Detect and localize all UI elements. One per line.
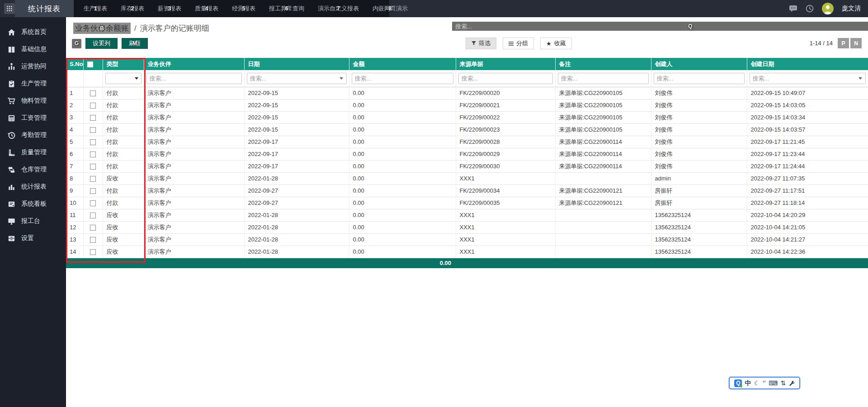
app-launcher-button[interactable] [4,3,15,14]
top-menu-item[interactable]: 报工异常查询 6 [269,5,304,13]
column-header-creator[interactable]: 创建人 [651,58,747,70]
sidebar-item-home[interactable]: 系统首页 [0,24,66,41]
column-header-amount[interactable]: 金额 [349,58,456,70]
source-filter-input[interactable] [458,73,553,84]
sidebar-item-attendance[interactable]: 考勤管理 [0,127,66,144]
sogou-logo-icon[interactable]: Q [734,379,742,387]
top-menu-item[interactable]: 薪资报表 3 [158,5,181,13]
table-row[interactable]: 10 付款 演示客户 2022-09-27 0.00 FK/2209/00035… [66,197,868,209]
row-checkbox[interactable] [90,151,96,157]
row-checkbox[interactable] [90,249,96,255]
soft-keyboard-icon[interactable]: ⌨ [769,380,778,386]
activity-clock-icon[interactable] [806,5,814,13]
table-row[interactable]: 4 付款 演示客户 2022-09-15 0.00 FK/2209/00023 … [66,123,868,136]
row-checkbox[interactable] [90,115,96,121]
select-all-checkbox[interactable] [87,62,93,67]
table-row[interactable]: 1 付款 演示客户 2022-09-15 0.00 FK/2209/00020 … [66,87,868,99]
sidebar-item-production[interactable]: 生产管理 [0,75,66,92]
row-checkbox[interactable] [90,200,96,206]
row-checkbox[interactable] [90,225,96,231]
column-header-sno[interactable]: S.No [66,58,83,70]
cart-icon [7,97,16,105]
table-row[interactable]: 7 付款 演示客户 2022-09-17 0.00 FK/2209/00030 … [66,160,868,172]
top-menu-item[interactable]: 库存报表 2 [121,5,144,13]
cell-created: 2022-09-27 11:07:35 [747,172,868,185]
created-filter-input[interactable] [750,73,866,84]
refresh-icon-button[interactable]: G [72,39,81,48]
column-header-partner[interactable]: 业务伙伴 [144,58,244,70]
favorites-button[interactable]: ★ 收藏 [540,38,572,49]
column-header-date[interactable]: 日期 [244,58,349,70]
night-mode-icon[interactable]: ☾ [754,380,760,386]
row-checkbox[interactable] [90,139,96,145]
cell-created: 2022-10-04 14:20:29 [747,209,868,221]
cell-select [83,185,103,197]
row-checkbox[interactable] [90,103,96,109]
cell-note: 来源单据:CG220900114 [555,148,651,160]
table-row[interactable]: 3 付款 演示客户 2022-09-15 0.00 FK/2209/00022 … [66,111,868,123]
row-checkbox[interactable] [90,164,96,170]
user-avatar[interactable] [822,3,834,14]
partner-filter-input[interactable] [146,73,242,84]
cell-sno: 2 [66,99,83,111]
table-row[interactable]: 8 应收 演示客户 2022-01-28 0.00 XXX1 admin 202… [66,172,868,185]
messages-icon[interactable] [789,5,797,13]
table-row[interactable]: 11 应收 演示客户 2022-01-28 0.00 XXX1 13562325… [66,209,868,221]
note-filter-input[interactable] [558,73,649,84]
sidebar-item-operations[interactable]: 运营协同 [0,58,66,75]
column-header-created[interactable]: 创建日期 [747,58,868,70]
row-checkbox[interactable] [90,188,96,194]
top-menu-item[interactable]: 经营报表 5 [232,5,255,13]
row-checkbox[interactable] [90,213,96,218]
row-checkbox[interactable] [90,127,96,133]
group-by-button[interactable]: 分组 [503,38,534,49]
table-row[interactable]: 2 付款 演示客户 2022-09-15 0.00 FK/2209/00021 … [66,99,868,111]
top-menu-item[interactable]: 演示自定义报表 7 [318,5,359,13]
sidebar-item-basic-info[interactable]: 基础信息 [0,41,66,58]
sidebar-item-settings[interactable]: 设置 [0,230,66,247]
sidebar-item-work-terminal[interactable]: 报工台 [0,213,66,230]
row-checkbox[interactable] [90,90,96,96]
row-checkbox[interactable] [90,176,96,182]
breadcrumb-parent-link[interactable]: 业务伙伴余额账 B [73,23,131,34]
wrench-icon[interactable] [789,380,795,386]
punctuation-icon[interactable]: °' [763,380,766,386]
table-row[interactable]: 6 付款 演示客户 2022-09-17 0.00 FK/2209/00029 … [66,148,868,160]
date-filter-input[interactable] [247,73,347,84]
column-header-note[interactable]: 备注 [555,58,651,70]
chinese-mode-icon[interactable]: 中 [745,380,751,386]
setup-columns-button[interactable]: 设置列 I [85,38,118,49]
sidebar-item-warehouse[interactable]: 仓库管理 [0,161,66,178]
column-header-source[interactable]: 来源单据 [456,58,555,70]
top-menu-item[interactable]: 质量报表 4 [195,5,218,13]
table-row[interactable]: 13 应收 演示客户 2022-01-28 0.00 XXX1 13562325… [66,233,868,246]
user-name[interactable]: 庞文清 [842,5,861,13]
filter-button[interactable]: 筛选 [466,38,496,49]
type-filter-select[interactable] [105,73,142,84]
pager-prev-button[interactable]: P [838,38,849,48]
cell-note [555,221,651,233]
sidebar-item-materials[interactable]: 物料管理 [0,92,66,109]
cell-select [83,87,103,99]
column-header-type[interactable]: 类型 [103,58,144,70]
toolbar-split-icon[interactable]: ⇅ [781,380,786,386]
table-row[interactable]: 5 付款 演示客户 2022-09-17 0.00 FK/2209/00028 … [66,136,868,148]
table-row[interactable]: 12 应收 演示客户 2022-01-28 0.00 XXX1 13562325… [66,221,868,233]
sidebar-item-reports[interactable]: 统计报表 [0,178,66,195]
refresh-button[interactable]: 刷新 M [122,38,148,49]
table-row[interactable]: 14 应收 演示客户 2022-01-28 0.00 XXX1 13562325… [66,246,868,258]
global-search-input[interactable]: 搜索... Q [452,22,868,31]
table-row[interactable]: 9 付款 演示客户 2022-09-27 0.00 FK/2209/00034 … [66,185,868,197]
amount-filter-input[interactable] [352,73,453,84]
sidebar-item-quality[interactable]: 质量管理 [0,144,66,161]
creator-filter-input[interactable] [654,73,745,84]
top-menu-item[interactable]: 内嵌网页演示 8 [373,5,408,13]
sidebar-item-payroll[interactable]: 工资管理 [0,109,66,127]
row-checkbox[interactable] [90,237,96,243]
pager-next-button[interactable]: N [850,38,862,48]
cell-date: 2022-09-15 [244,87,349,99]
cell-partner: 演示客户 [144,87,244,99]
sidebar-item-dashboard[interactable]: 系统看板 [0,195,66,213]
top-menu-item[interactable]: 生产报表 1 [84,5,107,13]
cell-type: 应收 [103,233,144,246]
